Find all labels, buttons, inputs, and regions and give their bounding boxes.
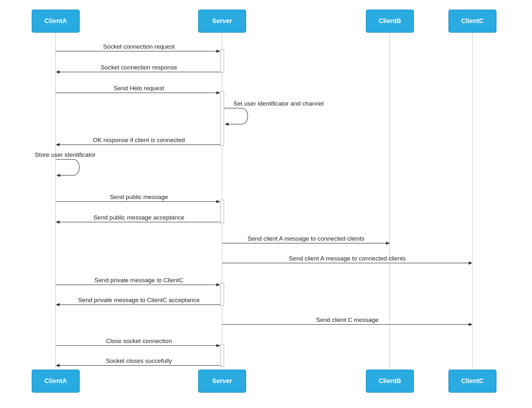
message-label: Close socket connection: [106, 338, 172, 345]
actor-box-clientA-top: ClientA: [32, 10, 80, 33]
message-label: Send client C message: [316, 316, 378, 324]
sequence-diagram-canvas: ClientAClientAServerServerClientBClientB…: [0, 0, 532, 408]
activation-server-1: [220, 91, 224, 146]
activation-server-3: [220, 283, 224, 306]
actor-label: ClientC: [461, 17, 484, 24]
actor-label: ClientB: [379, 377, 401, 384]
message-label: Send public message acceptance: [93, 214, 184, 221]
activation-server-0: [220, 50, 224, 73]
actor-box-clientB-top: ClientB: [366, 10, 414, 33]
actor-box-clientB-bottom: ClientB: [366, 370, 414, 393]
lifeline-clientB: [390, 33, 390, 370]
message-label: Socket connection response: [101, 64, 177, 71]
actor-label: Server: [212, 377, 232, 384]
actor-label: ClientA: [44, 377, 67, 384]
message-label: Socket closes succefully: [106, 357, 172, 364]
message-label: Set user identificator and channel: [233, 100, 324, 107]
message-label: Send Helo request: [114, 85, 164, 92]
actor-label: ClientA: [44, 17, 67, 24]
activation-server-4: [220, 344, 224, 366]
message-label: Send public message: [110, 194, 168, 201]
activation-server-2: [220, 200, 224, 223]
actor-label: ClientB: [379, 17, 401, 24]
lifeline-clientC: [472, 33, 472, 370]
actor-label: ClientC: [461, 377, 484, 384]
message-label: Socket connection request: [103, 43, 175, 50]
message-label: OK response if client is connected: [93, 137, 185, 144]
message-label: Store user identificator: [35, 151, 96, 158]
message-label: Send private message to ClientC acceptan…: [78, 297, 200, 304]
message-label: Send private message to ClientC: [94, 277, 183, 284]
self-message-arrow: [224, 108, 248, 124]
message-label: Send client A message to connected clien…: [289, 255, 406, 262]
sequence-svg-layer: [0, 0, 532, 408]
lifeline-clientA: [55, 33, 56, 370]
actor-box-server-bottom: Server: [198, 370, 246, 393]
actor-box-server-top: Server: [198, 10, 246, 33]
self-message-arrow: [56, 159, 79, 175]
actor-box-clientC-top: ClientC: [448, 10, 496, 33]
message-label: Send client A message to connected clien…: [247, 235, 364, 242]
actor-box-clientC-bottom: ClientC: [448, 370, 496, 393]
actor-label: Server: [212, 17, 232, 24]
actor-box-clientA-bottom: ClientA: [32, 370, 80, 393]
